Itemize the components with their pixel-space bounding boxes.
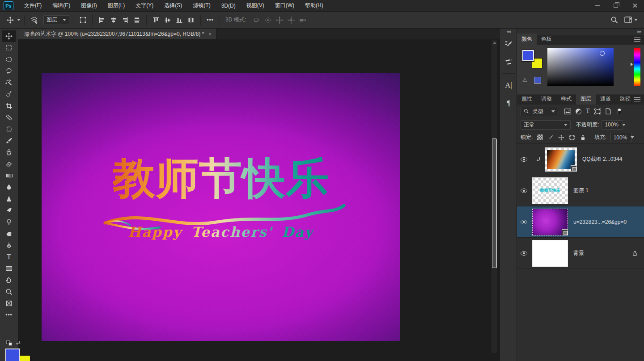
foreground-color-swatch[interactable] [5,348,20,361]
layer-name[interactable]: 背景 [573,249,584,257]
edit-toolbar-button[interactable]: ••• [2,309,16,321]
brushes-panel-icon[interactable] [500,53,517,71]
color-picker-marker[interactable] [600,51,605,56]
scroll-up-icon[interactable] [493,42,496,44]
vertical-scrollbar[interactable] [491,40,497,353]
align-top-edges-icon[interactable] [150,14,162,26]
tool-type[interactable]: T [2,251,16,263]
layers-panel-menu-icon[interactable] [634,97,640,101]
restore-button[interactable] [606,0,625,12]
filter-pixel-layers-icon[interactable] [564,109,571,114]
tool-spot-healing[interactable] [2,112,16,123]
tool-clone-stamp[interactable] [2,147,16,158]
swap-colors-icon[interactable]: ⇄ [16,340,21,346]
tool-ellipse-marquee[interactable] [2,54,16,65]
tool-dodge[interactable] [2,216,16,228]
tab-paths[interactable]: 路径 [615,93,635,105]
menu-select[interactable]: 选择(S) [159,0,187,12]
document-canvas[interactable]: 教师节快乐 Happy Teachers' Day [42,73,400,341]
layer-row-background[interactable]: 背景 [517,238,644,269]
workspace-switcher[interactable] [624,17,638,23]
menu-help[interactable]: 帮助(H) [300,0,329,12]
panel-menu-icon[interactable] [634,38,640,42]
layer-name[interactable]: u=232823...=26&gp=0 [573,219,627,225]
menu-view[interactable]: 视图(V) [241,0,270,12]
show-transform-controls-icon[interactable] [77,14,89,26]
layer-thumbnail[interactable] [532,240,568,267]
lock-all-icon[interactable] [579,134,586,141]
tool-preset-caret-icon[interactable] [17,19,21,21]
tool-magic-wand[interactable] [2,77,16,88]
hue-slider-arrow[interactable] [631,63,633,66]
color-panel-foreground-swatch[interactable] [522,50,534,61]
tool-eraser[interactable] [2,158,16,170]
align-bottom-edges-icon[interactable] [174,14,185,26]
distribute-vertical-centers-icon[interactable] [131,14,143,26]
layer-row-layer1[interactable]: 教师节快乐 图层 1 [517,175,644,206]
tab-channels[interactable]: 通道 [596,93,615,105]
tool-move[interactable] [2,30,16,42]
tab-styles[interactable]: 样式 [556,93,576,105]
scrollbar-thumb[interactable] [492,139,497,268]
gamut-swatch[interactable] [534,77,541,84]
menu-image[interactable]: 图像(I) [76,0,102,12]
layer-thumbnail[interactable] [532,209,568,235]
align-left-edges-icon[interactable] [96,14,108,26]
paragraph-panel-icon[interactable]: ¶ [500,94,517,112]
tool-frame[interactable] [2,298,16,309]
align-horizontal-centers-icon[interactable] [108,14,119,26]
visibility-eye-icon[interactable] [517,219,530,225]
auto-select-icon[interactable] [28,14,40,26]
menu-3d[interactable]: 3D(D) [216,0,241,12]
color-field[interactable] [547,48,614,86]
brush-settings-panel-icon[interactable] [500,35,517,53]
align-vertical-centers-icon[interactable] [162,14,174,26]
filter-toggle-switch[interactable] [617,108,622,115]
visibility-eye-icon[interactable] [517,188,530,193]
tab-swatches[interactable]: 色板 [537,34,556,45]
move-tool-preset-icon[interactable] [4,14,16,26]
background-color-swatch[interactable] [18,355,30,361]
tool-patch[interactable] [2,123,16,135]
layer-thumbnail[interactable] [545,147,577,172]
filter-shape-layers-icon[interactable] [594,109,601,114]
layer-name[interactable]: 图层 1 [573,187,589,194]
tab-close-icon[interactable]: × [208,31,211,37]
tool-burn[interactable] [2,228,16,239]
hue-slider[interactable] [634,48,640,86]
tool-pen[interactable] [2,239,16,251]
tab-layers[interactable]: 图层 [576,93,596,105]
layer-row-selected[interactable]: u=232823...=26&gp=0 [517,206,644,238]
character-panel-icon[interactable]: A| [500,76,517,94]
menu-file[interactable]: 文件(F) [19,0,47,12]
tool-shape[interactable] [2,263,16,274]
menu-filter[interactable]: 滤镜(T) [187,0,216,12]
tool-crop[interactable] [2,100,16,112]
layer-filter-dropdown[interactable]: 类型 [521,107,558,116]
blend-mode-dropdown[interactable]: 正常 [521,120,571,130]
opacity-dropdown[interactable]: 100% [602,120,623,130]
minimize-button[interactable] [588,0,606,12]
visibility-eye-icon[interactable] [517,157,530,162]
tool-brush[interactable] [2,135,16,147]
distribute-horizontal-centers-icon[interactable] [185,14,197,26]
collapse-dock-icon[interactable]: ▶▶ [637,30,641,34]
filter-smart-objects-icon[interactable] [606,108,611,114]
align-right-edges-icon[interactable] [119,14,131,26]
visibility-eye-icon[interactable] [517,251,530,256]
lock-artboard-icon[interactable] [568,135,576,140]
auto-select-target-dropdown[interactable]: 图层 [43,15,69,25]
tool-hand[interactable] [2,274,16,286]
gamut-warning-icon[interactable]: ⚠ [522,77,527,83]
tool-quick-selection[interactable] [2,88,16,100]
layer-name[interactable]: QQ截图 2...0344 [582,155,622,163]
layer-row-qq[interactable]: QQ截图 2...0344 [517,144,644,175]
document-tab[interactable]: 漂亮的艺术字 @ 100% (u=2328232007,967110113&fm… [18,29,216,39]
menu-type[interactable]: 文字(Y) [130,0,159,12]
tab-color[interactable]: 颜色 [517,34,537,45]
tool-sharpen[interactable] [2,193,16,205]
tool-rect-marquee[interactable] [2,42,16,54]
close-button[interactable] [625,0,644,12]
search-icon[interactable] [610,16,618,24]
menu-edit[interactable]: 编辑(E) [47,0,76,12]
